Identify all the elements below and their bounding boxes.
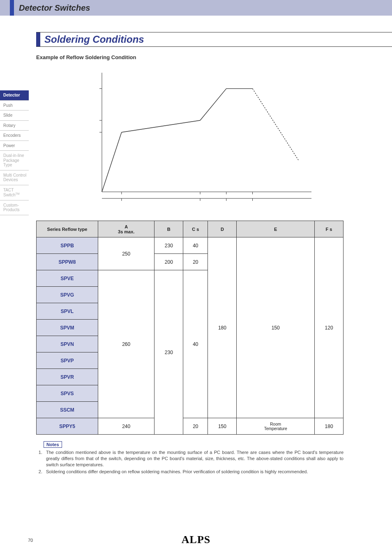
table-header: D bbox=[208, 221, 237, 237]
notes-label: Notes bbox=[44, 441, 62, 448]
header-title: Detector Switches bbox=[19, 3, 90, 13]
sidebar-item[interactable]: Slide bbox=[0, 111, 29, 121]
page-header: Detector Switches bbox=[0, 0, 392, 16]
notes-block: Notes The condition mentioned above is t… bbox=[36, 440, 344, 474]
sidebar-item[interactable]: Encoders bbox=[0, 131, 29, 141]
sidebar-item[interactable]: Custom-Products bbox=[0, 200, 29, 215]
table-cell: 240 bbox=[98, 418, 154, 435]
table-cell: 40 bbox=[183, 237, 208, 254]
table-cell: 150 bbox=[208, 418, 237, 435]
table-cell: 260 bbox=[98, 270, 154, 418]
reflow-conditions-table: Series Reflow typeA3s max.BC sDEF s SPPB… bbox=[36, 221, 344, 435]
table-cell: 40 bbox=[183, 270, 208, 418]
category-sidebar: DetectorPushSlideRotaryEncodersPowerDual… bbox=[0, 90, 29, 215]
table-cell: 20 bbox=[183, 418, 208, 435]
table-header: E bbox=[237, 221, 315, 237]
header-accent bbox=[10, 0, 14, 16]
note-item: Soldering conditions differ depending on… bbox=[44, 469, 344, 475]
table-header: F s bbox=[315, 221, 344, 237]
table-header: B bbox=[154, 221, 183, 237]
section-header: Soldering Conditions bbox=[36, 32, 392, 46]
table-cell: 230 bbox=[154, 270, 183, 435]
section-accent bbox=[36, 32, 40, 46]
sidebar-item[interactable]: Dual-in-line Package Type bbox=[0, 151, 29, 170]
sidebar-item[interactable]: Detector bbox=[0, 90, 29, 101]
brand-logo: ALPS bbox=[182, 534, 210, 546]
svg-line-6 bbox=[102, 132, 122, 192]
sidebar-item[interactable]: TACT SwitchTM bbox=[0, 185, 29, 200]
sidebar-item[interactable]: Rotary bbox=[0, 121, 29, 131]
svg-line-7 bbox=[122, 120, 200, 132]
series-cell: SPVL bbox=[37, 303, 98, 320]
table-header: C s bbox=[183, 221, 208, 237]
page-number: 70 bbox=[28, 538, 33, 543]
series-cell: SPPW8 bbox=[37, 254, 98, 270]
table-cell: 230 bbox=[154, 237, 183, 254]
section-title: Soldering Conditions bbox=[44, 34, 144, 45]
table-cell: 180 bbox=[208, 237, 237, 418]
notes-list: The condition mentioned above is the tem… bbox=[36, 449, 344, 474]
series-cell: SPPB bbox=[37, 237, 98, 254]
svg-line-10 bbox=[253, 89, 299, 160]
series-cell: SPVR bbox=[37, 369, 98, 385]
series-cell: SPVM bbox=[37, 320, 98, 336]
table-header: A3s max. bbox=[98, 221, 154, 237]
svg-line-8 bbox=[200, 89, 226, 120]
table-cell: 250 bbox=[98, 237, 154, 270]
table-cell: 120 bbox=[315, 237, 344, 418]
sidebar-item[interactable]: Multi Control Devices bbox=[0, 170, 29, 185]
table-cell: 150 bbox=[237, 237, 315, 418]
series-cell: SPVP bbox=[37, 352, 98, 369]
series-cell: SPPY5 bbox=[37, 418, 98, 435]
sidebar-item[interactable]: Power bbox=[0, 141, 29, 151]
table-cell: 180 bbox=[315, 418, 344, 435]
section-underline bbox=[36, 46, 392, 47]
series-cell: SPVN bbox=[37, 336, 98, 352]
series-cell: SPVS bbox=[37, 385, 98, 402]
series-cell: SPVG bbox=[37, 287, 98, 303]
note-item: The condition mentioned above is the tem… bbox=[44, 449, 344, 468]
table-cell: 200 bbox=[154, 254, 183, 270]
table-cell: RoomTemperature bbox=[237, 418, 315, 435]
table-header: Series Reflow type bbox=[37, 221, 98, 237]
reflow-profile-chart bbox=[90, 69, 320, 204]
series-cell: SPVE bbox=[37, 270, 98, 287]
series-cell: SSCM bbox=[37, 402, 98, 418]
section-subtitle: Example of Reflow Soldering Condition bbox=[36, 54, 392, 60]
table-cell: 20 bbox=[183, 254, 208, 270]
sidebar-item[interactable]: Push bbox=[0, 101, 29, 111]
